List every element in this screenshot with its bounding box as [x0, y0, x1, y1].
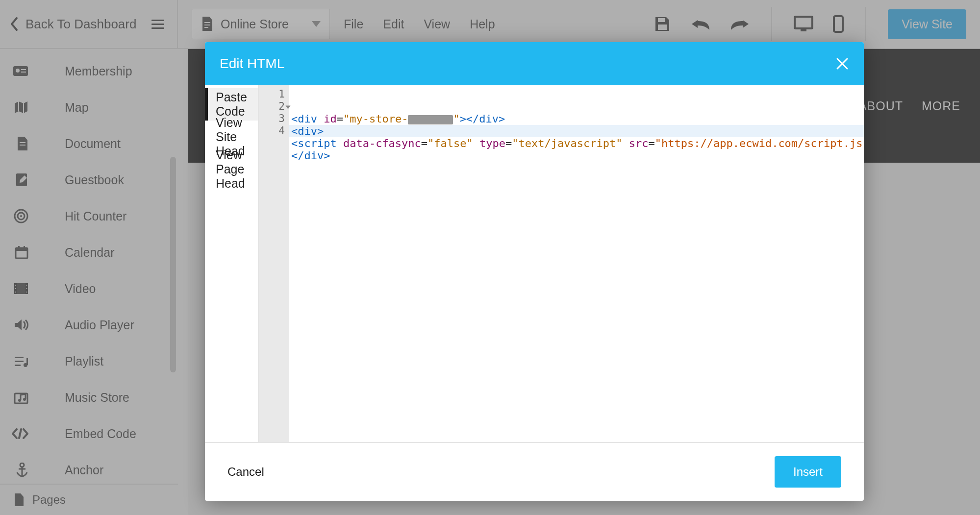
modal-footer: Cancel Insert — [205, 442, 864, 501]
tab-view-page-head[interactable]: View Page Head — [205, 153, 258, 185]
modal-body: Paste Code View Site Head View Page Head… — [205, 85, 864, 442]
gutter-line: 3 — [259, 113, 289, 125]
insert-button[interactable]: Insert — [775, 456, 841, 488]
modal-tabs: Paste Code View Site Head View Page Head — [205, 85, 259, 442]
edit-html-modal: Edit HTML Paste Code View Site Head View… — [205, 42, 864, 501]
gutter-line: 2 — [259, 100, 289, 113]
gutter-line: 4 — [259, 125, 289, 137]
cancel-button[interactable]: Cancel — [227, 465, 264, 479]
close-icon[interactable] — [835, 57, 849, 71]
code-area[interactable]: <div id="my-store-"></div> <div> <script… — [289, 85, 864, 442]
code-editor[interactable]: 1 2 3 4 <div id="my-store-"></div> <div>… — [259, 85, 864, 442]
redacted-store-id — [408, 115, 453, 124]
gutter-line: 1 — [259, 88, 289, 100]
modal-title: Edit HTML — [220, 56, 284, 72]
code-gutter: 1 2 3 4 — [259, 85, 289, 442]
modal-header: Edit HTML — [205, 42, 864, 85]
